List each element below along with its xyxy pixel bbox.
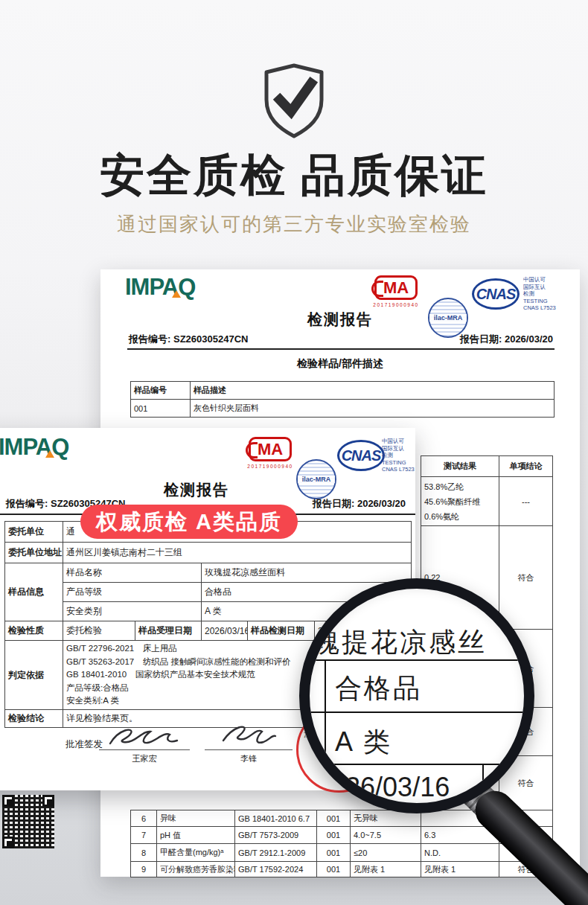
signature-li bbox=[214, 723, 281, 749]
signature-line bbox=[205, 749, 293, 750]
qr-code bbox=[2, 795, 54, 848]
table-row: 53.8%乙纶 45.6%聚酯纤维 0.6%氨纶 --- bbox=[421, 477, 553, 526]
divider bbox=[127, 348, 555, 350]
page-title: 安全质检 品质保证 bbox=[0, 146, 588, 206]
section-title: 检验样品/部件描述 bbox=[100, 357, 580, 371]
signature-line bbox=[99, 749, 190, 750]
magnifier-lens: 瑰提花凉感丝 合格品 A 类 2026/03/16 bbox=[299, 578, 534, 813]
column-header: 样品描述 bbox=[191, 382, 555, 400]
signer-name: 王家宏 bbox=[99, 753, 190, 764]
cnas-logo: CNAS bbox=[472, 278, 520, 310]
table-row: 9 可分解致癌芳香胺染料 GB/T 17592-2024 001 见附表 1 见… bbox=[131, 862, 553, 877]
column-header: 测试结果 bbox=[421, 456, 499, 477]
cnas-accreditation-text: 中国认可 国际互认 检测 TESTING CNAS L7523 bbox=[382, 438, 415, 473]
approval-label: 批准签发 bbox=[65, 738, 103, 751]
signer-name: 李锋 bbox=[205, 753, 293, 764]
magnified-sample-name: 瑰提花凉感丝 bbox=[313, 624, 487, 661]
cma-logo: MA 201719000940 bbox=[247, 437, 293, 469]
cma-logo: MA 201719000940 bbox=[373, 275, 419, 307]
cnas-accreditation-text: 中国认可 国际互认 检测 TESTING CNAS L7523 bbox=[523, 276, 556, 312]
shield-check-icon bbox=[261, 63, 327, 140]
column-header: 单项结论 bbox=[499, 456, 553, 477]
cnas-logo: CNAS bbox=[337, 440, 385, 471]
report-number: 报告编号: SZ260305247CN bbox=[129, 333, 248, 346]
quality-badge: 权威质检 A类品质 bbox=[80, 505, 298, 539]
column-header: 样品编号 bbox=[131, 382, 191, 400]
sample-description-table: 样品编号 样品描述 001 灰色针织夹层面料 bbox=[130, 381, 555, 418]
table-row: 委托单位地址 通州区川姜镇志南村二十三组 bbox=[5, 543, 412, 563]
report-title: 检测报告 bbox=[100, 310, 580, 330]
table-row: 8 甲醛含量(mg/kg)ᵃ GB/T 2912.1-2009 001 ≤20 … bbox=[131, 844, 553, 862]
page-subtitle: 通过国家认可的第三方专业实验室检验 bbox=[0, 211, 588, 237]
table-row: 样品信息 样品名称 玫瑰提花凉感丝面料 bbox=[5, 563, 412, 583]
signature-wang bbox=[104, 724, 186, 749]
report-date: 报告日期: 2026/03/20 bbox=[460, 333, 553, 346]
magnified-grade: 合格品 bbox=[335, 671, 422, 707]
report-date: 报告日期: 2026/03/20 bbox=[313, 497, 406, 511]
quality-inspection-banner: 安全质检 品质保证 通过国家认可的第三方专业实验室检验 IMPAQ MA 201… bbox=[0, 0, 588, 905]
table-row: 001 灰色针织夹层面料 bbox=[131, 400, 555, 418]
magnified-safety-class: A 类 bbox=[335, 724, 392, 761]
